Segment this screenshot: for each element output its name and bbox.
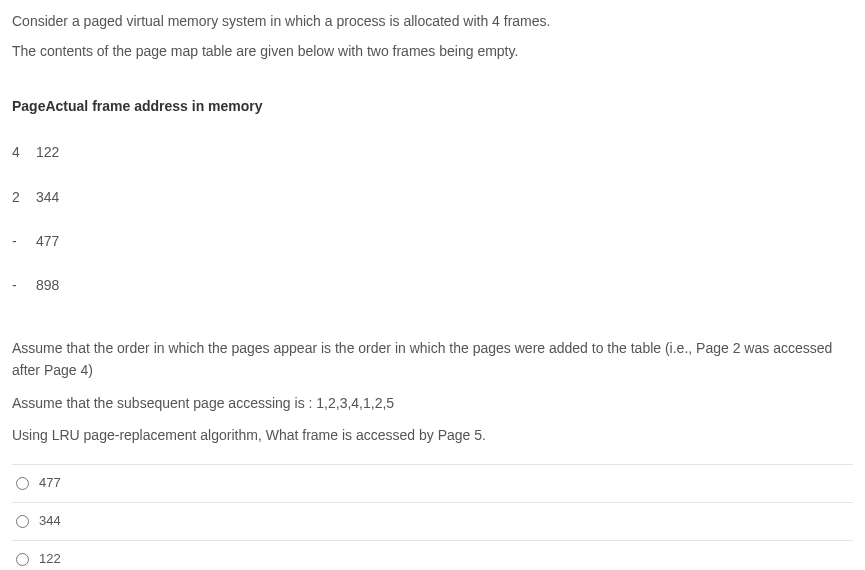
table-header-page: Page bbox=[12, 98, 45, 114]
page-cell: - bbox=[12, 230, 36, 252]
frame-cell: 898 bbox=[36, 274, 59, 296]
page-table: 4 122 2 344 - 477 - 898 bbox=[12, 137, 853, 301]
option-radio-344[interactable] bbox=[16, 515, 29, 528]
page-cell: 4 bbox=[12, 141, 36, 163]
option-label: 477 bbox=[39, 473, 61, 494]
frame-cell: 122 bbox=[36, 141, 59, 163]
question-prompt: Consider a paged virtual memory system i… bbox=[12, 10, 853, 63]
assumption-line-3: Using LRU page-replacement algorithm, Wh… bbox=[12, 424, 853, 446]
page-cell: - bbox=[12, 274, 36, 296]
page-cell: 2 bbox=[12, 186, 36, 208]
table-row: 2 344 bbox=[12, 182, 853, 212]
assumption-line-1: Assume that the order in which the pages… bbox=[12, 337, 853, 382]
option-row-344[interactable]: 344 bbox=[12, 503, 853, 541]
table-header-frame: Actual frame address in memory bbox=[45, 98, 262, 114]
table-row: - 477 bbox=[12, 226, 853, 256]
option-row-122[interactable]: 122 bbox=[12, 541, 853, 570]
option-label: 344 bbox=[39, 511, 61, 532]
question-line-2: The contents of the page map table are g… bbox=[12, 40, 853, 62]
option-row-477[interactable]: 477 bbox=[12, 464, 853, 503]
option-label: 122 bbox=[39, 549, 61, 570]
option-radio-122[interactable] bbox=[16, 553, 29, 566]
assumption-line-2: Assume that the subsequent page accessin… bbox=[12, 392, 853, 414]
frame-cell: 344 bbox=[36, 186, 59, 208]
table-row: 4 122 bbox=[12, 137, 853, 167]
assumption-section: Assume that the order in which the pages… bbox=[12, 337, 853, 447]
option-radio-477[interactable] bbox=[16, 477, 29, 490]
answer-options: 477 344 122 898 bbox=[12, 464, 853, 570]
frame-cell: 477 bbox=[36, 230, 59, 252]
table-row: - 898 bbox=[12, 270, 853, 300]
question-line-1: Consider a paged virtual memory system i… bbox=[12, 10, 853, 32]
page-table-header: PageActual frame address in memory bbox=[12, 95, 853, 117]
